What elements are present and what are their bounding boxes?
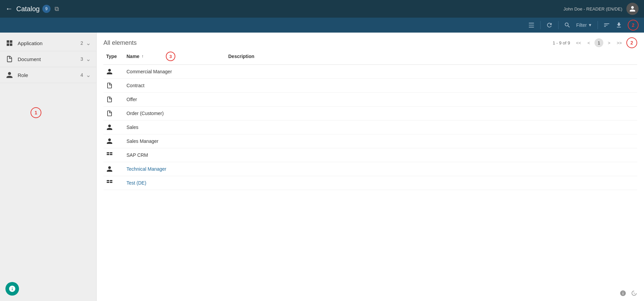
row-description-cell — [226, 134, 637, 148]
role-icon — [5, 71, 14, 79]
sort-icon[interactable] — [603, 22, 610, 29]
svg-rect-9 — [110, 180, 113, 181]
row-description-cell — [226, 107, 637, 120]
row-type-cell — [103, 176, 124, 190]
name-sort-icon: ↑ — [141, 54, 143, 59]
sidebar-document-count: 3 — [80, 56, 83, 62]
svg-rect-5 — [110, 152, 113, 153]
svg-rect-3 — [10, 43, 12, 46]
content-area: All elements 1 - 9 of 9 << < 1 > >> 2 — [97, 33, 644, 301]
table-row[interactable]: Commercial Manager — [103, 65, 637, 79]
row-name-cell[interactable]: Contract — [124, 79, 226, 93]
svg-rect-11 — [110, 182, 113, 183]
filter-button[interactable]: Filter ▼ — [576, 22, 592, 28]
col-name[interactable]: Name ↑ 3 — [124, 48, 226, 65]
catalog-title: Catalog — [16, 5, 40, 13]
role-chevron-icon: ⌄ — [86, 71, 91, 79]
row-type-cell — [103, 148, 124, 162]
elements-table: Type Name ↑ 3 Description — [103, 48, 637, 190]
toolbar: Filter ▼ 2 — [0, 18, 644, 33]
pagination: 1 - 9 of 9 << < 1 > >> — [553, 38, 624, 47]
row-description-cell — [226, 162, 637, 176]
copy-icon[interactable]: ⧉ — [55, 5, 59, 13]
application-icon — [5, 39, 14, 47]
document-icon — [5, 55, 14, 63]
pagination-range: 1 - 9 of 9 — [553, 40, 570, 45]
content-header: All elements 1 - 9 of 9 << < 1 > >> 2 — [97, 33, 644, 48]
table-row[interactable]: Sales — [103, 120, 637, 134]
svg-rect-1 — [10, 40, 12, 43]
table-row[interactable]: Sales Manager — [103, 134, 637, 148]
svg-rect-10 — [107, 182, 110, 183]
annotation-1-container: 1 — [31, 107, 41, 118]
all-elements-title: All elements — [103, 39, 137, 46]
sidebar: Application 2 ⌄ Document 3 ⌄ Role 4 ⌄ 1 — [0, 33, 97, 301]
history-icon[interactable] — [630, 290, 637, 298]
toolbar-divider-2 — [558, 21, 559, 29]
sidebar-document-label: Document — [18, 56, 80, 62]
row-name-cell[interactable]: Sales Manager — [124, 134, 226, 148]
svg-rect-8 — [107, 180, 110, 181]
back-button[interactable]: ← — [5, 5, 13, 13]
catalog-badge: 9 — [42, 5, 51, 13]
row-description-cell — [226, 65, 637, 79]
sidebar-application-count: 2 — [80, 40, 83, 46]
row-type-cell — [103, 134, 124, 148]
refresh-icon[interactable] — [546, 22, 553, 29]
pagination-first[interactable]: << — [574, 38, 583, 47]
row-description-cell — [226, 79, 637, 93]
sidebar-item-document[interactable]: Document 3 ⌄ — [0, 51, 96, 67]
application-chevron-icon: ⌄ — [86, 39, 91, 47]
table-row[interactable]: Test (DE) — [103, 176, 637, 190]
table-row[interactable]: Contract — [103, 79, 637, 93]
svg-rect-0 — [7, 40, 9, 43]
svg-rect-2 — [7, 43, 9, 46]
row-name-cell[interactable]: Test (DE) — [124, 176, 226, 190]
main-layout: Application 2 ⌄ Document 3 ⌄ Role 4 ⌄ 1 — [0, 33, 644, 301]
pagination-prev[interactable]: < — [584, 38, 593, 47]
list-view-icon[interactable] — [528, 22, 535, 29]
row-description-cell — [226, 176, 637, 190]
toolbar-divider-1 — [540, 21, 541, 29]
table-row[interactable]: Offer — [103, 93, 637, 107]
sidebar-role-label: Role — [18, 72, 80, 78]
row-name-cell[interactable]: SAP CRM — [124, 148, 226, 162]
sidebar-bottom-badge-container — [5, 282, 19, 296]
sidebar-item-role[interactable]: Role 4 ⌄ — [0, 67, 96, 83]
annotation-1: 1 — [31, 107, 41, 118]
svg-rect-7 — [110, 154, 113, 155]
table-wrapper: Type Name ↑ 3 Description — [97, 48, 644, 287]
col-description: Description — [226, 48, 637, 65]
table-row[interactable]: Order (Customer) — [103, 107, 637, 120]
user-info: John Doe - READER (EN/DE) — [564, 6, 622, 12]
pagination-current[interactable]: 1 — [594, 38, 603, 47]
download-icon[interactable] — [616, 22, 622, 29]
avatar[interactable] — [626, 3, 639, 15]
row-name-cell[interactable]: Sales — [124, 120, 226, 134]
row-type-cell — [103, 65, 124, 79]
row-name-cell[interactable]: Order (Customer) — [124, 107, 226, 120]
annotation-2-header: 2 — [626, 37, 637, 48]
row-description-cell — [226, 120, 637, 134]
row-name-cell[interactable]: Commercial Manager — [124, 65, 226, 79]
table-row[interactable]: Technical Manager — [103, 162, 637, 176]
info-icon[interactable] — [620, 290, 626, 298]
toolbar-divider-3 — [598, 21, 598, 29]
pagination-next[interactable]: > — [605, 38, 613, 47]
row-type-cell — [103, 79, 124, 93]
annotation-3: 3 — [166, 52, 175, 61]
sidebar-item-application[interactable]: Application 2 ⌄ — [0, 35, 96, 51]
document-chevron-icon: ⌄ — [86, 55, 91, 63]
row-type-cell — [103, 107, 124, 120]
pagination-last[interactable]: >> — [615, 38, 624, 47]
table-row[interactable]: SAP CRM — [103, 148, 637, 162]
row-name-cell[interactable]: Technical Manager — [124, 162, 226, 176]
bottom-badge[interactable] — [5, 282, 19, 296]
top-header: ← Catalog 9 ⧉ John Doe - READER (EN/DE) — [0, 0, 644, 18]
filter-chevron-icon: ▼ — [588, 23, 592, 27]
sidebar-application-label: Application — [18, 40, 80, 46]
sidebar-role-count: 4 — [80, 72, 83, 78]
search-icon[interactable] — [564, 22, 571, 29]
row-name-cell[interactable]: Offer — [124, 93, 226, 107]
content-footer — [97, 287, 644, 301]
